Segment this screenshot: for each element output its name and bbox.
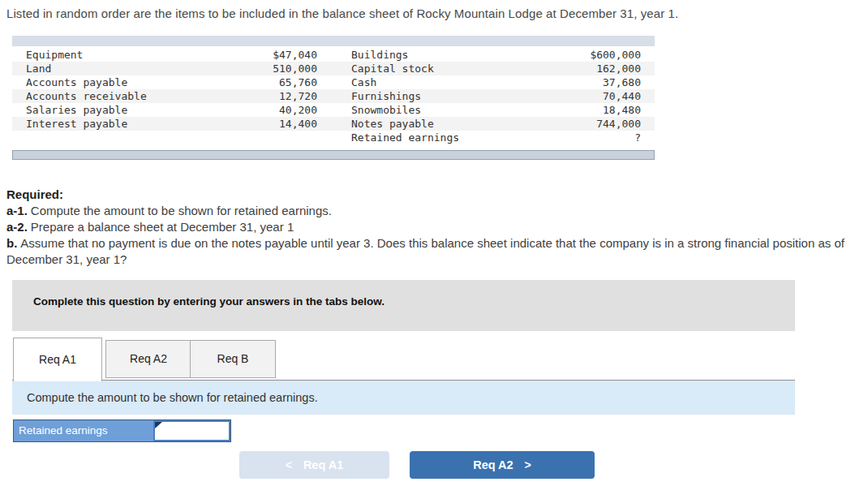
required-text: Compute the amount to be shown for retai… (31, 204, 332, 217)
item-label: Furnishings (351, 89, 526, 103)
table-row: Equipment $47,040 Buildings $600,000 (12, 48, 655, 62)
item-value: 510,000 (221, 62, 317, 75)
item-value: 12,720 (221, 89, 317, 103)
item-label: Accounts payable (26, 75, 221, 89)
item-label: Capital stock (351, 62, 526, 75)
required-item-a1: a-1.Compute the amount to be shown for r… (6, 203, 865, 219)
chevron-left-icon: < (286, 458, 292, 471)
table-rows: Equipment $47,040 Buildings $600,000 Lan… (12, 48, 655, 144)
tab-panel-prompt: Compute the amount to be shown for retai… (12, 381, 795, 415)
cell-marker-icon (155, 422, 162, 428)
item-value: $600,000 (526, 48, 641, 62)
required-section: Required: a-1.Compute the amount to be s… (6, 187, 865, 268)
table-row: Land 510,000 Capital stock 162,000 (12, 62, 655, 75)
item-label: Accounts receivable (26, 89, 221, 103)
required-prefix: b. (6, 236, 17, 250)
next-button-label: Req A2 (473, 458, 513, 471)
item-label: Salaries payable (26, 103, 221, 117)
item-label: Land (26, 62, 221, 75)
instruction-banner: Complete this question by entering your … (12, 280, 795, 331)
required-heading: Required: (6, 187, 865, 203)
required-item-b: b.Assume that no payment is due on the n… (6, 235, 865, 268)
item-label: Interest payable (26, 117, 221, 131)
item-value: $47,040 (221, 48, 317, 62)
item-label: Notes payable (351, 117, 526, 131)
table-row: Interest payable 14,400 Notes payable 74… (12, 117, 655, 131)
item-label: Equipment (26, 48, 221, 62)
instruction-banner-text: Complete this question by entering your … (33, 295, 385, 308)
tab-req-a2[interactable]: Req A2 (105, 340, 191, 378)
item-value: 70,440 (526, 89, 641, 103)
item-label: Buildings (351, 48, 526, 62)
required-item-a2: a-2.Prepare a balance sheet at December … (6, 219, 865, 235)
page-title: Listed in random order are the items to … (6, 6, 862, 20)
prev-button-req-a1[interactable]: < Req A1 (239, 451, 389, 479)
item-value: 744,000 (526, 117, 641, 131)
retained-earnings-label: Retained earnings (14, 420, 153, 441)
horizontal-scrollbar[interactable] (12, 150, 655, 160)
item-value: 37,680 (526, 75, 641, 89)
item-label: Cash (351, 75, 526, 89)
retained-earnings-answer-row: Retained earnings (13, 419, 231, 442)
table-row: Accounts payable 65,760 Cash 37,680 (12, 75, 655, 89)
item-value: 40,200 (221, 103, 317, 117)
item-value: 65,760 (221, 75, 317, 89)
required-prefix: a-2. (6, 220, 28, 234)
requirement-tabs: Req A1 Req A2 Req B (12, 338, 795, 381)
balance-sheet-items-table: Equipment $47,040 Buildings $600,000 Lan… (12, 36, 655, 160)
item-value: 162,000 (526, 62, 641, 75)
next-button-req-a2[interactable]: Req A2 > (410, 451, 595, 479)
item-label: Snowmobiles (351, 103, 526, 117)
table-header-band (12, 36, 655, 46)
item-value: ? (526, 131, 641, 144)
table-row: Salaries payable 40,200 Snowmobiles 18,4… (12, 103, 655, 117)
table-row: Accounts receivable 12,720 Furnishings 7… (12, 89, 655, 103)
tab-req-b[interactable]: Req B (190, 340, 276, 378)
required-text: Prepare a balance sheet at December 31, … (31, 220, 294, 234)
prev-button-label: Req A1 (303, 458, 343, 471)
chevron-right-icon: > (525, 458, 531, 471)
required-text: Assume that no payment is due on the not… (6, 236, 844, 266)
item-value: 14,400 (221, 117, 317, 131)
tab-panel-prompt-text: Compute the amount to be shown for retai… (27, 391, 318, 404)
tab-req-a1[interactable]: Req A1 (13, 338, 102, 381)
item-label: Retained earnings (351, 131, 526, 144)
table-row: Retained earnings ? (12, 131, 655, 144)
retained-earnings-input[interactable] (155, 422, 229, 440)
retained-earnings-input-box (153, 420, 230, 441)
item-value: 18,480 (526, 103, 641, 117)
required-prefix: a-1. (6, 204, 28, 217)
